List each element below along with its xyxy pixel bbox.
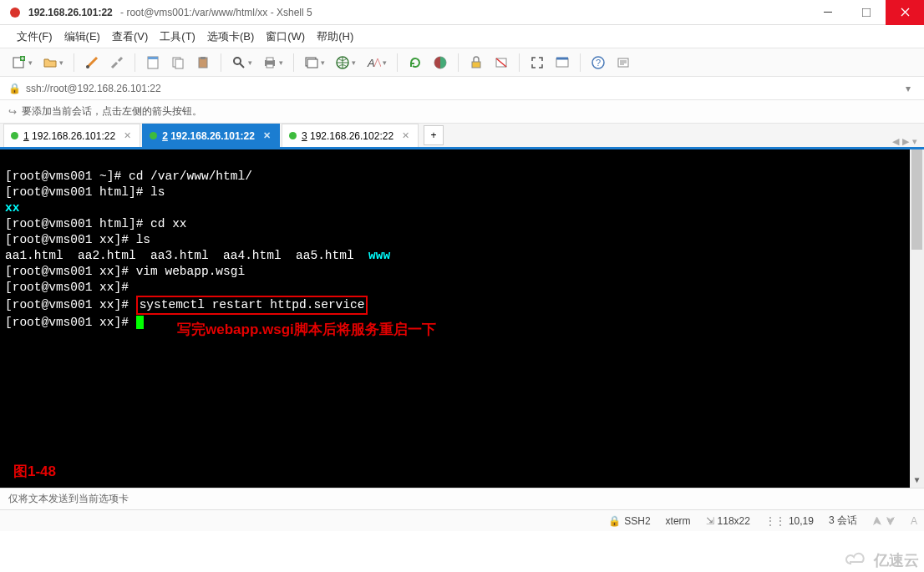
hide-button[interactable] (490, 52, 512, 73)
svg-rect-1 (824, 12, 832, 13)
svg-rect-14 (267, 58, 273, 61)
language-button[interactable]: ▾ (332, 52, 359, 73)
status-dot-icon (11, 132, 18, 139)
svg-rect-11 (201, 57, 206, 59)
tab-list-icon[interactable]: ▾ (912, 136, 917, 147)
fullscreen-button[interactable] (526, 52, 548, 73)
add-session-icon[interactable]: ↪ (8, 106, 17, 118)
app-icon (8, 6, 22, 19)
lock-icon: 🔒 (8, 83, 21, 94)
menu-window[interactable]: 窗口(W) (261, 26, 310, 48)
statusbar: 🔒SSH2 xterm ⇲118x22 ⋮⋮10,19 3 会话 ⮝ ⮟ A (0, 509, 924, 531)
watermark: 亿速云 (844, 550, 919, 570)
terminal-scrollbar[interactable]: ▲ ▼ (910, 149, 924, 488)
terminal[interactable]: [root@vms001 ~]# cd /var/www/html/ [root… (0, 149, 924, 488)
connect-button[interactable] (81, 52, 103, 73)
menu-tabs[interactable]: 选项卡(B) (202, 26, 259, 48)
caps-indicator: A (911, 515, 917, 527)
properties-button[interactable] (142, 52, 164, 73)
figure-label: 图1-48 (13, 463, 56, 479)
print-button[interactable]: ▾ (259, 52, 287, 73)
open-button[interactable]: ▾ (39, 52, 67, 73)
window-path: root@vms001:/var/www/html/xx (126, 7, 267, 18)
close-button[interactable] (886, 0, 924, 25)
status-dot-icon (289, 132, 297, 139)
address-dropdown[interactable]: ▾ (901, 83, 916, 94)
svg-point-12 (234, 58, 241, 64)
svg-rect-21 (472, 62, 480, 68)
compose-button[interactable] (612, 52, 634, 73)
tab-close-icon[interactable]: ✕ (124, 130, 131, 141)
lock-button[interactable] (465, 52, 487, 73)
tabstrip: 1 192.168.26.101:22 ✕ 2 192.168.26.101:2… (0, 124, 924, 149)
tab-close-icon[interactable]: ✕ (402, 130, 409, 141)
toolbar: ▾ ▾ ▾ ▾ ▾ ▾ A▾ ? (0, 48, 924, 77)
titlebar: 192.168.26.101:22 - root@vms001:/var/www… (0, 0, 924, 25)
menubar: 文件(F) 编辑(E) 查看(V) 工具(T) 选项卡(B) 窗口(W) 帮助(… (0, 25, 924, 48)
status-dot-icon (150, 132, 157, 139)
tab-prev-icon[interactable]: ◀ (892, 136, 899, 147)
svg-point-5 (86, 65, 89, 68)
address-text: ssh://root@192.168.26.101:22 (26, 83, 161, 94)
cursor-pos-icon: ⋮⋮ (765, 515, 785, 527)
size-icon: ⇲ (706, 515, 714, 527)
color-button[interactable] (429, 52, 451, 73)
svg-text:A: A (367, 57, 375, 69)
hint-text: 要添加当前会话，点击左侧的箭头按钮。 (22, 104, 202, 119)
new-session-button[interactable]: ▾ (8, 52, 36, 73)
hintbar: ↪ 要添加当前会话，点击左侧的箭头按钮。 (0, 100, 924, 124)
menu-tools[interactable]: 工具(T) (155, 26, 201, 48)
sessions-button[interactable]: ▾ (301, 52, 328, 73)
paste-button[interactable] (192, 52, 214, 73)
copy-button[interactable] (167, 52, 189, 73)
menu-edit[interactable]: 编辑(E) (59, 26, 105, 48)
font-button[interactable]: A▾ (363, 52, 390, 73)
window-host: 192.168.26.101:22 (28, 7, 113, 18)
compose-text: 仅将文本发送到当前选项卡 (8, 492, 129, 506)
scroll-thumb[interactable] (911, 149, 922, 250)
tab-close-icon[interactable]: ✕ (263, 130, 271, 141)
tab-next-icon[interactable]: ▶ (902, 136, 909, 147)
refresh-button[interactable] (404, 52, 426, 73)
transparency-button[interactable] (551, 52, 573, 73)
help-button[interactable]: ? (587, 52, 609, 73)
session-tab-1[interactable]: 1 192.168.26.101:22 ✕ (3, 124, 140, 147)
session-tab-3[interactable]: 3 192.168.26.102:22 ✕ (282, 124, 419, 147)
cursor-pos: 10,19 (789, 515, 814, 527)
menu-help[interactable]: 帮助(H) (312, 26, 358, 48)
protocol: SSH2 (624, 515, 650, 527)
minimize-button[interactable] (809, 0, 847, 25)
nav-up-icon[interactable]: ⮝ (872, 515, 882, 527)
session-count: 3 会话 (829, 514, 857, 528)
session-tab-2[interactable]: 2 192.168.26.101:22 ✕ (142, 124, 280, 147)
menu-view[interactable]: 查看(V) (107, 26, 153, 48)
maximize-button[interactable] (847, 0, 886, 25)
disconnect-button[interactable] (106, 52, 128, 73)
menu-file[interactable]: 文件(F) (12, 26, 58, 48)
term-type: xterm (666, 515, 691, 527)
svg-text:?: ? (596, 58, 601, 68)
cursor-icon (136, 316, 144, 329)
scroll-down-icon[interactable]: ▼ (910, 473, 924, 488)
nav-down-icon[interactable]: ⮟ (886, 515, 896, 527)
find-button[interactable]: ▾ (228, 52, 256, 73)
add-tab-button[interactable]: + (424, 125, 444, 145)
svg-point-0 (10, 8, 20, 18)
svg-rect-17 (307, 59, 317, 68)
annotation-text: 写完webapp.wsgi脚本后将服务重启一下 (177, 321, 436, 337)
addressbar[interactable]: 🔒 ssh://root@192.168.26.101:22 ▾ (0, 77, 924, 100)
compose-bar[interactable]: 仅将文本发送到当前选项卡 (0, 488, 924, 509)
highlighted-command: systemctl restart httpd.service (136, 296, 368, 315)
ssh-icon: 🔒 (608, 515, 621, 527)
window-app: Xshell 5 (277, 7, 312, 18)
svg-rect-15 (267, 64, 273, 68)
term-size: 118x22 (718, 515, 750, 527)
svg-rect-9 (175, 59, 183, 68)
svg-rect-2 (862, 8, 871, 17)
svg-rect-7 (148, 57, 158, 59)
